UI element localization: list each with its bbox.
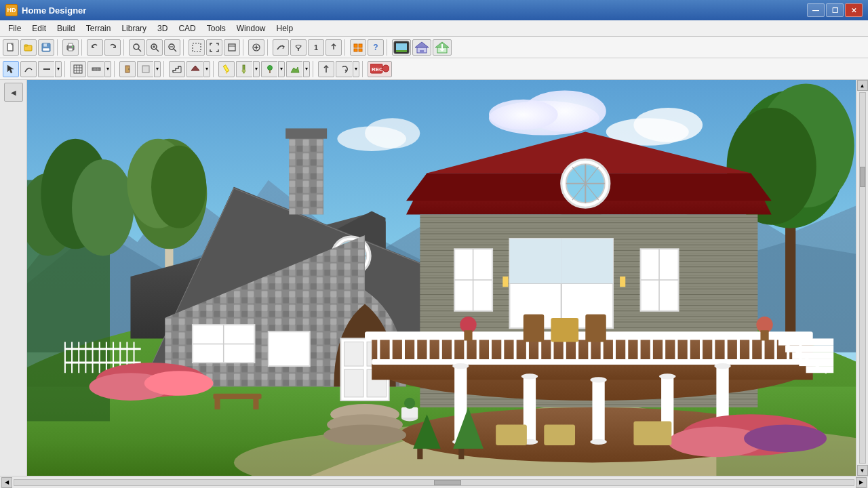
menu-library[interactable]: Library — [116, 22, 152, 35]
wall-tool-dropdown[interactable]: ▾ — [104, 61, 111, 77]
block-tool-dropdown[interactable]: ▾ — [154, 61, 161, 77]
add-button[interactable] — [248, 39, 264, 56]
right-scrollbar[interactable]: ▲ ▼ — [856, 80, 868, 476]
svg-rect-251 — [214, 399, 220, 409]
svg-rect-10 — [68, 43, 73, 46]
svg-rect-250 — [213, 394, 261, 399]
scroll-thumb-horizontal[interactable] — [434, 480, 461, 485]
left-panel: ◀ — [0, 80, 27, 476]
toolbar2-sep5 — [313, 61, 315, 77]
house-render — [27, 80, 868, 476]
terrain-tool[interactable] — [286, 61, 302, 77]
svg-point-54 — [128, 68, 130, 70]
toolbar2-sep4 — [213, 61, 216, 77]
left-arrow-btn[interactable]: ◀ — [4, 83, 23, 102]
block-tool[interactable] — [137, 61, 153, 77]
grid-tool[interactable] — [70, 61, 86, 77]
catalog-button[interactable] — [350, 39, 366, 56]
svg-rect-35 — [396, 43, 407, 50]
svg-line-20 — [174, 49, 176, 52]
menu-edit[interactable]: Edit — [26, 22, 52, 35]
pointer-tool[interactable] — [3, 61, 19, 77]
search-button[interactable] — [129, 39, 145, 56]
door-tool[interactable] — [119, 61, 136, 77]
scroll-up-button[interactable]: ▲ — [857, 80, 868, 91]
bottom-scrollbar[interactable]: ◀ ▶ — [0, 476, 868, 488]
undo-button[interactable] — [87, 39, 103, 56]
rotate-tool-dropdown[interactable]: ▾ — [353, 61, 359, 77]
svg-rect-7 — [47, 44, 47, 46]
svg-point-243 — [144, 371, 214, 396]
export-button[interactable] — [433, 39, 452, 56]
zoom-in-button[interactable] — [146, 39, 163, 56]
svg-text:REC: REC — [372, 66, 383, 73]
redo-button[interactable] — [104, 39, 121, 56]
up-arrow-btn[interactable] — [326, 39, 342, 56]
svg-point-111 — [633, 108, 703, 142]
paint-tool-dropdown[interactable]: ▾ — [253, 61, 260, 77]
terrain-tool-dropdown[interactable]: ▾ — [303, 61, 310, 77]
number-button[interactable]: 1 — [308, 39, 324, 56]
menu-bar: File Edit Build Terrain Library 3D CAD T… — [0, 20, 868, 37]
menu-window[interactable]: Window — [231, 22, 271, 35]
separator4 — [183, 39, 186, 56]
toolbar2: ▾ ▾ ▾ ▾ ▾ — [0, 58, 868, 80]
svg-point-218 — [590, 377, 606, 382]
svg-rect-31 — [359, 44, 362, 47]
arrow-up-tool[interactable] — [318, 61, 334, 77]
menu-help[interactable]: Help — [271, 22, 298, 35]
house-button[interactable] — [412, 39, 431, 56]
title-bar: HD Home Designer — ❐ ✕ — [0, 0, 868, 20]
pencil-tool[interactable] — [218, 61, 235, 77]
down-arrow-button[interactable] — [290, 39, 307, 56]
svg-rect-240 — [458, 449, 464, 459]
canvas-area[interactable]: ▲ ▼ — [27, 80, 868, 476]
straight-tool-dropdown[interactable]: ▾ — [55, 61, 62, 77]
restore-button[interactable]: ❐ — [826, 3, 844, 17]
svg-marker-58 — [191, 66, 199, 70]
menu-3d[interactable]: 3D — [152, 22, 173, 35]
separator8 — [387, 39, 389, 56]
scroll-right-button[interactable]: ▶ — [856, 477, 867, 488]
rotate-tool[interactable] — [336, 61, 352, 77]
close-button[interactable]: ✕ — [845, 3, 863, 17]
minimize-button[interactable]: — — [807, 3, 825, 17]
scroll-down-button[interactable]: ▼ — [857, 465, 868, 476]
roof-tool[interactable] — [186, 61, 203, 77]
paint-tool[interactable] — [236, 61, 252, 77]
menu-build[interactable]: Build — [52, 22, 81, 35]
menu-tools[interactable]: Tools — [201, 22, 231, 35]
svg-point-113 — [365, 118, 420, 148]
svg-rect-231 — [524, 314, 544, 342]
fullscreen-button[interactable] — [206, 39, 222, 56]
select-button[interactable] — [189, 39, 205, 56]
save-button[interactable] — [38, 39, 54, 56]
zoom-out-button[interactable] — [164, 39, 180, 56]
wall-tool[interactable] — [87, 61, 104, 77]
stairs-tool[interactable] — [169, 61, 185, 77]
straight-tool[interactable] — [38, 61, 54, 77]
separator5 — [243, 39, 245, 56]
scroll-left-button[interactable]: ◀ — [1, 477, 12, 488]
plant-tool-dropdown[interactable]: ▾ — [278, 61, 285, 77]
curve-arrow-button[interactable] — [273, 39, 289, 56]
svg-point-216 — [521, 373, 538, 379]
svg-rect-23 — [229, 44, 235, 51]
roof-tool-dropdown[interactable]: ▾ — [203, 61, 210, 77]
help-button[interactable]: ? — [368, 39, 384, 56]
menu-cad[interactable]: CAD — [173, 22, 201, 35]
window-button[interactable] — [224, 39, 240, 56]
open-button[interactable] — [20, 39, 37, 56]
print-button[interactable] — [62, 39, 79, 56]
menu-file[interactable]: File — [3, 22, 26, 35]
roof-tool-group: ▾ — [186, 61, 210, 77]
svg-rect-255 — [633, 421, 671, 445]
new-button[interactable] — [3, 39, 19, 56]
block-tool-group: ▾ — [137, 61, 161, 77]
view3d-button[interactable] — [392, 39, 411, 56]
rec-button[interactable]: REC — [368, 61, 392, 77]
scroll-thumb-vertical[interactable] — [860, 167, 865, 187]
menu-terrain[interactable]: Terrain — [81, 22, 117, 35]
plant-tool[interactable] — [261, 61, 277, 77]
curve-tool[interactable] — [20, 61, 37, 77]
